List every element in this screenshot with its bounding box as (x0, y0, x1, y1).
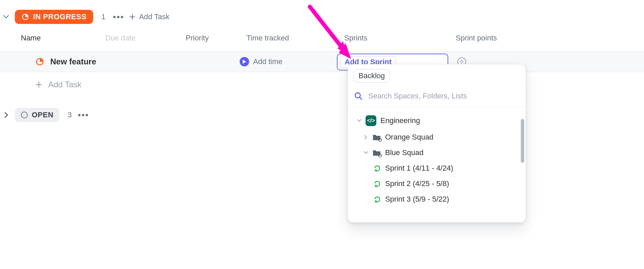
sprint-folder-icon (372, 149, 381, 156)
folder-label: Blue Squad (385, 148, 424, 157)
group-header-open: OPEN 3 ••• (3, 108, 89, 122)
folder-row-blue-squad[interactable]: Blue Squad (355, 145, 519, 160)
scrollbar[interactable] (521, 119, 524, 163)
search-icon (354, 92, 363, 100)
sprint-icon (374, 196, 381, 203)
add-task-label: Add Task (48, 80, 81, 89)
col-time-tracked[interactable]: Time tracked (246, 34, 289, 42)
play-icon (240, 57, 249, 66)
add-task-label: Add Task (139, 12, 169, 21)
group-header-in-progress: IN PROGRESS 1 ••• Add Task (3, 7, 169, 27)
column-headers: Name Due date Priority Time tracked Spri… (0, 34, 644, 51)
task-title: New feature (50, 57, 96, 66)
search-row (353, 83, 520, 107)
search-input[interactable] (368, 91, 519, 101)
sprint-picker-popover: Backlog </> Engineering (348, 64, 526, 222)
status-pill-in-progress[interactable]: IN PROGRESS (15, 10, 93, 24)
status-label: IN PROGRESS (33, 12, 86, 21)
open-circle-icon (21, 112, 28, 118)
col-sprint-points[interactable]: Sprint points (456, 34, 497, 42)
sprint-row-3[interactable]: Sprint 3 (5/9 - 5/22) (355, 191, 519, 207)
space-row-engineering[interactable]: </> Engineering (355, 112, 519, 129)
backlog-chip[interactable]: Backlog (353, 69, 390, 83)
sprint-label: Sprint 2 (4/25 - 5/8) (385, 179, 449, 188)
task-title-cell[interactable]: New feature (35, 52, 96, 72)
group-count: 3 (68, 111, 72, 119)
more-icon[interactable]: ••• (78, 110, 89, 120)
expand-caret-icon[interactable] (3, 112, 9, 118)
add-task-button[interactable]: Add Task (129, 12, 169, 21)
add-time-button[interactable]: Add time (240, 52, 283, 72)
sprint-label: Sprint 3 (5/9 - 5/22) (385, 195, 449, 204)
caret-down-icon (364, 151, 368, 154)
location-tree: </> Engineering Orange Squad (353, 107, 520, 207)
more-icon[interactable]: ••• (113, 12, 124, 22)
plus-icon (129, 13, 136, 20)
group-count: 1 (101, 12, 105, 21)
col-sprints[interactable]: Sprints (344, 34, 367, 42)
sprint-icon (374, 165, 381, 172)
task-row[interactable]: New feature Add time Add to Sprint (0, 51, 644, 72)
plus-icon (35, 81, 42, 88)
add-time-label: Add time (253, 57, 283, 66)
collapse-caret-icon[interactable] (3, 14, 9, 20)
caret-down-icon (357, 119, 361, 122)
col-due-date[interactable]: Due date (105, 34, 135, 42)
sprint-row-2[interactable]: Sprint 2 (4/25 - 5/8) (355, 176, 519, 191)
col-priority[interactable]: Priority (186, 34, 209, 42)
clock-icon (22, 13, 29, 21)
sprint-folder-icon (372, 133, 381, 141)
space-label: Engineering (380, 116, 420, 125)
status-circle-icon (35, 57, 44, 66)
status-pill-open[interactable]: OPEN (15, 108, 59, 122)
sprint-icon (374, 180, 381, 187)
folder-row-orange-squad[interactable]: Orange Squad (355, 129, 519, 145)
sprint-label: Sprint 1 (4/11 - 4/24) (385, 164, 453, 173)
sprint-row-1[interactable]: Sprint 1 (4/11 - 4/24) (355, 160, 519, 176)
space-icon: </> (366, 115, 376, 126)
caret-right-icon (364, 135, 368, 139)
status-label: OPEN (32, 111, 53, 119)
group-actions: ••• Add Task (113, 12, 169, 22)
folder-label: Orange Squad (385, 133, 433, 142)
col-name[interactable]: Name (21, 34, 41, 42)
add-task-row[interactable]: Add Task (35, 76, 81, 93)
